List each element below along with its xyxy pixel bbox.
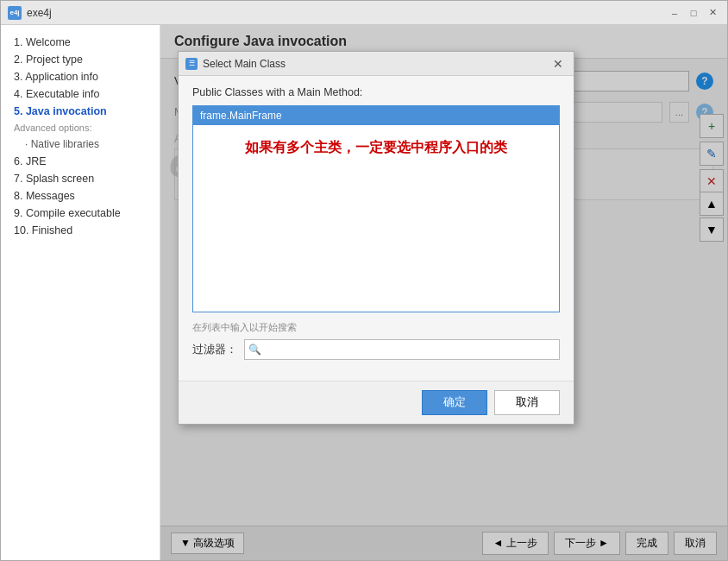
title-bar: e4j exe4j – □ ✕ — [1, 1, 727, 25]
sidebar-section-advanced: Advanced options: — [1, 120, 160, 136]
select-main-class-dialog: ☰ Select Main Class ✕ Public Classes wit… — [178, 51, 574, 425]
close-button[interactable]: ✕ — [705, 5, 720, 21]
search-icon: 🔍 — [248, 344, 261, 356]
sidebar-item-project-type[interactable]: 2. Project type — [1, 51, 160, 68]
main-panel: Configure Java invocation VM Parameters:… — [160, 25, 727, 560]
main-window: e4j exe4j – □ ✕ 1. Welcome 2. Project ty… — [0, 0, 728, 561]
dialog-body: Public Classes with a Main Method: frame… — [179, 76, 574, 381]
dialog-close-button[interactable]: ✕ — [549, 55, 567, 72]
filter-input-wrap: 🔍 — [244, 339, 560, 360]
modal-overlay: ☰ Select Main Class ✕ Public Classes wit… — [160, 25, 727, 560]
class-list-item[interactable]: frame.MainFrame — [193, 106, 559, 125]
sidebar-item-native-libraries[interactable]: · Native libraries — [1, 136, 160, 153]
title-bar-left: e4j exe4j — [8, 6, 52, 20]
sidebar-item-executable-info[interactable]: 4. Executable info — [1, 85, 160, 103]
filter-row: 过滤器： 🔍 — [192, 339, 560, 360]
sidebar-item-java-invocation[interactable]: 5. Java invocation — [1, 103, 160, 120]
app-icon: e4j — [8, 6, 22, 20]
minimize-button[interactable]: – — [667, 5, 682, 21]
sidebar-item-application-info[interactable]: 3. Application info — [1, 68, 160, 85]
sidebar-item-jre[interactable]: 6. JRE — [1, 153, 160, 170]
dialog-footer: 确定 取消 — [179, 381, 574, 424]
dialog-title-bar: ☰ Select Main Class ✕ — [179, 52, 574, 76]
sidebar-item-finished[interactable]: 10. Finished — [1, 222, 160, 239]
dialog-icon: ☰ — [185, 58, 198, 70]
sidebar: 1. Welcome 2. Project type 3. Applicatio… — [1, 25, 160, 560]
dialog-title-left: ☰ Select Main Class — [185, 58, 286, 70]
sidebar-item-splash-screen[interactable]: 7. Splash screen — [1, 170, 160, 187]
dialog-ok-button[interactable]: 确定 — [422, 390, 487, 415]
sidebar-item-messages[interactable]: 8. Messages — [1, 187, 160, 205]
dialog-subtitle: Public Classes with a Main Method: — [192, 86, 560, 98]
content-area: 1. Welcome 2. Project type 3. Applicatio… — [1, 25, 727, 560]
title-controls: – □ ✕ — [667, 5, 720, 21]
sidebar-item-welcome[interactable]: 1. Welcome — [1, 34, 160, 51]
filter-input[interactable] — [244, 339, 560, 360]
dialog-title: Select Main Class — [203, 58, 286, 70]
dialog-cancel-button[interactable]: 取消 — [494, 390, 560, 415]
class-list[interactable]: frame.MainFrame 如果有多个主类，一定要选中程序入口的类 — [192, 105, 560, 312]
window-title: exe4j — [27, 7, 52, 19]
annotation-text: 如果有多个主类，一定要选中程序入口的类 — [193, 125, 559, 171]
sidebar-item-compile-executable[interactable]: 9. Compile executable — [1, 205, 160, 222]
maximize-button[interactable]: □ — [686, 5, 701, 21]
filter-label: 过滤器： — [192, 343, 237, 357]
search-hint: 在列表中输入以开始搜索 — [192, 321, 560, 334]
